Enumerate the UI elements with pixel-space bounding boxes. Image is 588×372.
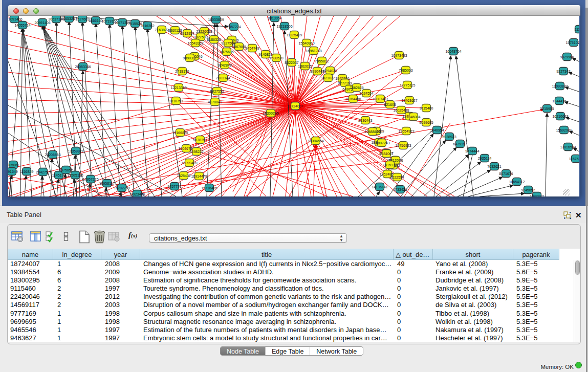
svg-text:9890312: 9890312 [183, 56, 197, 60]
svg-text:18807243: 18807243 [374, 141, 389, 145]
svg-text:9457771: 9457771 [167, 185, 181, 188]
svg-text:16210643: 16210643 [552, 115, 568, 118]
svg-text:6794028: 6794028 [323, 69, 337, 73]
svg-text:2136443: 2136443 [358, 119, 372, 122]
svg-text:16099489: 16099489 [181, 161, 197, 165]
svg-text:7357224: 7357224 [227, 25, 241, 29]
svg-text:12213389: 12213389 [170, 86, 186, 90]
svg-text:23226058: 23226058 [196, 30, 212, 33]
svg-text:10973493: 10973493 [391, 54, 407, 57]
svg-text:4170041: 4170041 [208, 100, 222, 104]
svg-text:11123: 11123 [575, 28, 579, 31]
svg-text:621608: 621608 [384, 103, 396, 106]
svg-text:8990448: 8990448 [310, 70, 324, 73]
svg-text:20691406: 20691406 [34, 21, 50, 25]
svg-text:391549: 391549 [8, 170, 18, 173]
svg-text:8471676: 8471676 [499, 172, 513, 176]
svg-text:16914479: 16914479 [191, 174, 207, 178]
svg-text:8912954: 8912954 [180, 32, 194, 35]
svg-text:12093822: 12093822 [552, 84, 568, 88]
svg-text:17359928: 17359928 [68, 149, 83, 153]
svg-text:1588520: 1588520 [269, 56, 283, 60]
svg-text:1244415: 1244415 [552, 99, 566, 103]
svg-text:1733426: 1733426 [393, 188, 407, 191]
svg-text:19218506: 19218506 [276, 25, 292, 28]
svg-text:3215955: 3215955 [540, 107, 554, 111]
svg-text:9146821: 9146821 [258, 53, 272, 56]
svg-text:20364456: 20364456 [345, 97, 361, 101]
svg-text:7346084: 7346084 [406, 115, 420, 119]
svg-text:16033809: 16033809 [208, 18, 224, 21]
svg-text:10807487: 10807487 [372, 97, 388, 101]
svg-text:7485063: 7485063 [399, 69, 412, 72]
svg-text:985061: 985061 [8, 163, 19, 167]
svg-text:19166825: 19166825 [172, 131, 188, 135]
svg-text:8322037: 8322037 [285, 61, 298, 64]
svg-text:8813054: 8813054 [268, 16, 281, 20]
svg-text:2942757: 2942757 [36, 170, 50, 174]
svg-text:9327508: 9327508 [221, 41, 235, 45]
svg-text:10653267: 10653267 [61, 17, 77, 20]
svg-text:9699695: 9699695 [419, 121, 433, 124]
svg-text:14055714: 14055714 [14, 24, 30, 27]
svg-text:16782759: 16782759 [114, 186, 129, 190]
svg-text:19384554: 19384554 [308, 139, 323, 143]
svg-text:18724007: 18724007 [287, 104, 303, 108]
svg-text:7625402: 7625402 [177, 174, 190, 178]
svg-text:1362615: 1362615 [298, 64, 312, 68]
svg-text:1610753: 1610753 [169, 99, 183, 103]
svg-text:15716485: 15716485 [201, 186, 217, 190]
svg-text:7616352: 7616352 [140, 24, 154, 28]
svg-text:16543362: 16543362 [187, 41, 203, 45]
svg-text:9227342: 9227342 [556, 70, 570, 73]
svg-text:9329966: 9329966 [560, 55, 574, 59]
svg-text:10688609: 10688609 [364, 130, 380, 134]
svg-text:19654923: 19654923 [398, 129, 414, 133]
svg-text:17957225: 17957225 [82, 178, 98, 181]
svg-text:1167534: 1167534 [569, 157, 579, 161]
svg-text:19756923: 19756923 [395, 144, 411, 147]
svg-text:8186328: 8186328 [207, 38, 221, 41]
svg-text:1615132: 1615132 [383, 163, 397, 167]
svg-text:8454749: 8454749 [245, 47, 259, 50]
svg-text:16648764: 16648764 [445, 50, 461, 53]
svg-text:5878352: 5878352 [193, 138, 207, 142]
svg-text:1640954: 1640954 [430, 128, 444, 132]
svg-text:7163822: 7163822 [155, 28, 168, 32]
svg-text:1621022: 1621022 [321, 76, 335, 80]
svg-text:3624554: 3624554 [359, 92, 373, 95]
svg-text:2935114: 2935114 [478, 157, 492, 160]
svg-text:3875685: 3875685 [220, 50, 233, 54]
svg-text:2867608: 2867608 [232, 45, 246, 49]
svg-text:2718176: 2718176 [175, 70, 189, 73]
svg-text:14136141: 14136141 [372, 185, 387, 189]
svg-text:9684067: 9684067 [379, 152, 393, 156]
svg-text:9777169: 9777169 [338, 81, 352, 85]
svg-text:15751074: 15751074 [565, 41, 579, 45]
svg-text:20206553: 20206553 [45, 153, 60, 157]
svg-text:7955812: 7955812 [315, 59, 329, 63]
svg-text:21091406: 21091406 [8, 17, 23, 21]
svg-text:3975857: 3975857 [59, 168, 73, 172]
svg-text:12775115: 12775115 [400, 83, 416, 87]
svg-text:9245652: 9245652 [521, 188, 535, 192]
svg-text:19463627: 19463627 [401, 99, 417, 102]
svg-text:1047432: 1047432 [530, 194, 543, 197]
svg-text:2522594: 2522594 [390, 176, 404, 179]
svg-text:11325419: 11325419 [287, 33, 302, 37]
svg-text:9327503: 9327503 [193, 35, 207, 39]
svg-text:12505135: 12505135 [67, 173, 83, 177]
svg-text:26053346: 26053346 [75, 65, 91, 69]
svg-text:9474444: 9474444 [465, 149, 479, 153]
svg-text:6466160: 6466160 [89, 19, 102, 23]
svg-text:16961758: 16961758 [306, 49, 321, 53]
svg-text:7462616: 7462616 [350, 86, 363, 90]
svg-text:17016504: 17016504 [560, 145, 576, 149]
svg-text:1527602: 1527602 [75, 17, 89, 21]
svg-text:6479197: 6479197 [453, 142, 467, 146]
svg-text:11923446: 11923446 [129, 192, 145, 196]
svg-text:5938923: 5938923 [442, 135, 456, 139]
svg-text:8427552: 8427552 [210, 90, 224, 93]
svg-text:15640910: 15640910 [298, 41, 314, 45]
svg-text:10958117: 10958117 [99, 182, 115, 185]
